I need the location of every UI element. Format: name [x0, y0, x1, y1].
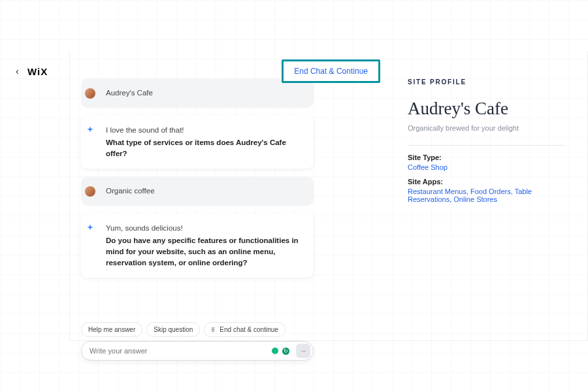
sparkle-icon [86, 125, 95, 135]
exit-icon [211, 327, 217, 333]
site-profile-panel: SITE PROFILE Audrey's Cafe Organically b… [408, 78, 564, 203]
divider [408, 145, 564, 146]
mic-icon[interactable] [272, 348, 278, 354]
user-avatar-icon [85, 186, 95, 197]
send-button[interactable]: → [296, 344, 310, 358]
site-type-value[interactable]: Coffee Shop [408, 163, 564, 171]
ai-question: Do you have any specific features or fun… [106, 235, 304, 269]
sparkle-icon [86, 223, 95, 233]
help-me-answer-chip[interactable]: Help me answer [81, 322, 142, 337]
site-title: Audrey's Cafe [408, 99, 564, 119]
site-type-label: Site Type: [408, 154, 564, 161]
wix-logo: WiX [27, 66, 48, 77]
back-chevron-icon[interactable]: ‹ [16, 66, 19, 76]
quick-action-chips: Help me answer Skip question End chat & … [81, 322, 286, 337]
site-apps-label: Site Apps: [408, 178, 564, 186]
message-text: Audrey's Cafe [106, 88, 304, 99]
ai-message: I love the sound of that! What type of s… [81, 116, 314, 169]
message-text: Organic coffee [106, 186, 304, 197]
end-chat-chip[interactable]: End chat & continue [204, 322, 286, 337]
refresh-icon[interactable]: ↻ [282, 348, 289, 355]
ai-intro: I love the sound of that! [106, 125, 304, 136]
site-subtitle: Organically brewed for your delight [408, 124, 564, 132]
ai-question: What type of services or items does Audr… [106, 137, 304, 160]
ai-message: Yum, sounds delicious! Do you have any s… [81, 214, 314, 278]
chip-label: End chat & continue [220, 326, 278, 333]
end-chat-continue-button[interactable]: End Chat & Continue [282, 59, 380, 83]
answer-input[interactable] [90, 347, 268, 355]
user-avatar-icon [85, 88, 95, 99]
user-message: Organic coffee [81, 176, 314, 206]
composer: ↻ → [81, 341, 314, 361]
chat-column: Audrey's Cafe I love the sound of that! … [81, 51, 314, 337]
ai-intro: Yum, sounds delicious! [106, 223, 304, 234]
site-apps-value[interactable]: Restaurant Menus, Food Orders, Table Res… [408, 188, 564, 203]
skip-question-chip[interactable]: Skip question [146, 322, 200, 337]
top-bar: ‹ WiX End Chat & Continue [0, 57, 588, 86]
